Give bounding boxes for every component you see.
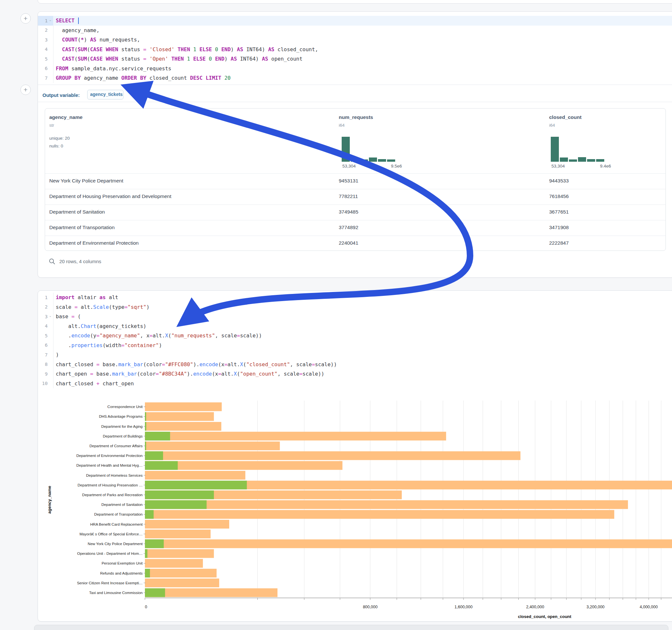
row-count-label: 20 rows, 4 columns [59, 259, 101, 264]
y-axis-label: New York City Police Department [88, 542, 143, 546]
code-text[interactable]: base = ( [56, 313, 81, 319]
line-number: 6 [38, 66, 48, 71]
y-axis-label: Correspondence Unit [107, 405, 143, 409]
cell-value: 9443533 [549, 178, 569, 184]
bar-closed-count [145, 530, 211, 538]
code-line[interactable]: 7) [38, 350, 672, 360]
bar-closed-count [145, 471, 245, 480]
x-axis-tick-label: 3,200,000 [586, 605, 605, 609]
cell-agency-name: New York City Police Department [49, 178, 123, 184]
code-line[interactable]: 3›base = ( [38, 312, 672, 321]
bar-open-count [145, 490, 214, 499]
code-text[interactable]: ) [56, 352, 59, 358]
code-text[interactable]: .encode(y="agency_name", x=alt.X("num_re… [56, 333, 262, 339]
output-variable-pill[interactable]: agency_tickets [87, 90, 123, 99]
python-code-editor[interactable]: 1import altair as alt2scale = alt.Scale(… [38, 293, 672, 388]
code-text[interactable]: GROUP BY agency_name ORDER BY closed_cou… [56, 75, 231, 81]
code-text[interactable]: SELECT [56, 18, 79, 24]
code-line[interactable]: 2 agency_name, [38, 26, 672, 35]
code-text[interactable]: scale = alt.Scale(type="sqrt") [56, 304, 149, 310]
line-number: 4 [38, 323, 48, 329]
code-text[interactable]: import altair as alt [56, 294, 118, 300]
x-axis-tick-label: 1,600,000 [455, 605, 473, 609]
y-axis-label: Department of Health and Mental Hyg… [76, 463, 143, 467]
code-line[interactable]: 5 CAST(SUM(CASE WHEN status = 'Open' THE… [38, 54, 672, 64]
y-axis-label: Department of Sanitation [101, 503, 143, 507]
code-text[interactable]: .properties(width="container") [56, 342, 162, 348]
bar-closed-count [145, 403, 222, 411]
y-axis-label: Senior Citizen Rent Increase Exempti… [77, 581, 143, 585]
sql-cell: 1›SELECT 2 agency_name,3 COUNT(*) AS num… [38, 11, 672, 278]
y-axis-label: Mayorâ€ s Office of Special Enforce… [79, 532, 143, 536]
code-line[interactable]: 4 CAST(SUM(CASE WHEN status = 'Closed' T… [38, 45, 672, 54]
code-line[interactable]: 5 .encode(y="agency_name", x=alt.X("num_… [38, 331, 672, 341]
dataframe-footer: 20 rows, 4 columns [49, 258, 101, 265]
column-stats: unique: 20nulls: 0 [49, 135, 70, 150]
table-row[interactable]: Department of Housing Preservation and D… [45, 189, 666, 204]
dataframe-preview: agency_namestrunique: 20nulls: 0num_requ… [45, 108, 666, 251]
column-header[interactable]: closed_count [549, 114, 581, 120]
code-line[interactable]: 1import altair as alt [38, 293, 672, 302]
histogram-min-label: 53,304 [551, 164, 565, 169]
line-number: 5 [38, 56, 48, 62]
table-row[interactable]: Department of Sanitation37494853677651 [45, 204, 666, 220]
search-icon[interactable] [49, 258, 55, 265]
divider [38, 84, 672, 85]
fold-chevron-icon[interactable]: › [48, 314, 53, 319]
cell-value: 7782211 [339, 193, 358, 199]
bar-closed-count [145, 510, 614, 519]
code-line[interactable]: 3 COUNT(*) AS num_requests, [38, 35, 672, 45]
line-number: 4 [38, 47, 48, 52]
code-text[interactable]: CAST(SUM(CASE WHEN status = 'Open' THEN … [56, 56, 303, 62]
table-row[interactable]: Department of Transportation377489234719… [45, 220, 666, 236]
code-line[interactable]: 8chart_closed = base.mark_bar(color="#FF… [38, 360, 672, 369]
line-number: 1 [38, 295, 48, 300]
bar-open-count [145, 539, 164, 548]
bar-open-count [145, 432, 170, 440]
code-line[interactable]: 7GROUP BY agency_name ORDER BY closed_co… [38, 73, 672, 83]
add-cell-button[interactable]: + [20, 84, 31, 95]
code-text[interactable]: chart_open = base.mark_bar(color="#8BC34… [56, 371, 325, 377]
code-text[interactable]: chart_closed = base.mark_bar(color="#FFC… [56, 361, 337, 367]
bar-open-count [145, 481, 247, 489]
y-axis-label: Department of Environmental Protection [76, 454, 143, 458]
code-text[interactable]: COUNT(*) AS num_requests, [56, 37, 140, 43]
bar-closed-count [145, 559, 203, 568]
fold-chevron-icon[interactable]: › [48, 19, 53, 23]
code-text[interactable]: chart_closed + chart_open [56, 381, 134, 387]
table-row[interactable]: Department of Environmental Protection22… [45, 236, 666, 251]
line-number: 5 [38, 333, 48, 338]
bar-closed-count [145, 520, 229, 529]
column-header[interactable]: num_requests [339, 114, 373, 120]
column-type: str [49, 123, 54, 128]
code-line[interactable]: 10chart_closed + chart_open [38, 379, 672, 389]
code-line[interactable]: 1›SELECT [38, 16, 672, 26]
code-line[interactable]: 6 .properties(width="container") [38, 341, 672, 350]
add-cell-button[interactable]: + [20, 13, 31, 24]
code-line[interactable]: 4 alt.Chart(agency_tickets) [38, 321, 672, 331]
sql-code-editor[interactable]: 1›SELECT 2 agency_name,3 COUNT(*) AS num… [38, 16, 672, 83]
next-cell-edge [34, 625, 668, 630]
column-header[interactable]: agency_name [49, 114, 83, 120]
code-text[interactable]: FROM sample_data.nyc.service_requests [56, 66, 171, 72]
line-number: 9 [38, 371, 48, 377]
y-axis-label: Department of Buildings [103, 434, 143, 438]
code-text[interactable]: CAST(SUM(CASE WHEN status = 'Closed' THE… [56, 46, 318, 52]
table-row[interactable]: New York City Police Department945313194… [45, 173, 666, 189]
code-line[interactable]: 6FROM sample_data.nyc.service_requests [38, 64, 672, 74]
y-axis-label: Refunds and Adjustments [100, 571, 143, 575]
bar-open-count [145, 588, 165, 597]
cell-agency-name: Department of Environmental Protection [49, 240, 139, 246]
cell-value: 3471908 [549, 224, 569, 231]
line-number: 2 [38, 304, 48, 310]
histogram-min-label: 53,304 [342, 164, 356, 169]
code-text[interactable]: agency_name, [56, 27, 99, 33]
previous-cell-edge [38, 0, 672, 4]
code-line[interactable]: 2scale = alt.Scale(type="sqrt") [38, 302, 672, 312]
x-axis-tick-label: 800,000 [363, 605, 377, 609]
line-number: 2 [38, 28, 48, 33]
bar-closed-count [145, 432, 446, 440]
code-text[interactable]: alt.Chart(agency_tickets) [56, 323, 146, 329]
cell-value: 2222847 [549, 240, 569, 246]
code-line[interactable]: 9chart_open = base.mark_bar(color="#8BC3… [38, 369, 672, 379]
